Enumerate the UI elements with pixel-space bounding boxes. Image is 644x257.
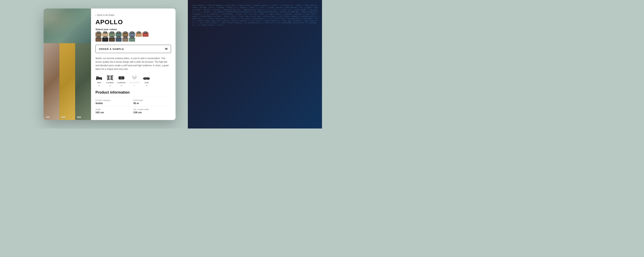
background-right: const webpack = require('webpack'); cons… [188, 0, 322, 129]
pet-icon [131, 75, 138, 81]
swatch-row-2: NEW NEW NEW NEW NEW NEW [96, 37, 171, 42]
swatch-5[interactable]: NEW [122, 33, 128, 37]
usage-name-sofa: Sofa [144, 82, 149, 84]
swatch-1[interactable]: NEW [96, 33, 102, 37]
curtains-icon [106, 75, 114, 81]
swatch-badge-5: NEW [124, 32, 127, 33]
svg-rect-14 [144, 77, 149, 78]
swatch-badge-12: NEW [117, 37, 120, 38]
info-value-width: 142 cm [96, 111, 133, 114]
svg-rect-18 [148, 79, 148, 80]
product-description: Apollo, our second corduroy fabric, is s… [96, 57, 171, 71]
usage-icons-row: Bed ✓ Curtains ✓ [96, 75, 171, 87]
svg-rect-2 [96, 79, 97, 80]
mail-icon: ✉ [165, 47, 168, 51]
usage-check-curtains: ✓ [109, 84, 111, 87]
swatch-3[interactable]: NEW [109, 33, 115, 37]
swatch-12[interactable]: NEW [116, 37, 122, 42]
usage-check-bed: ✓ [98, 84, 100, 87]
product-modal: 100 400 500 Back to all Solids APOLLO Se… [44, 9, 176, 120]
thumbnail-100[interactable]: 100 [44, 43, 60, 120]
swatch-13[interactable]: NEW [122, 37, 128, 42]
usage-item-pet: Pet friendly ✕ [129, 75, 139, 87]
swatch-11[interactable]: NEW [109, 37, 115, 42]
swatch-badge-2: NEW [103, 32, 107, 33]
swatch-9[interactable]: NEW [96, 37, 102, 42]
thumb-label-500: 500 [77, 116, 81, 119]
product-info-grid: Product category Solids Roll-length 35 m… [96, 97, 171, 116]
back-link[interactable]: Back to all Solids [96, 14, 171, 17]
swatch-14[interactable]: NEW [129, 37, 135, 42]
svg-point-12 [135, 75, 136, 77]
swatch-badge-14: NEW [130, 37, 134, 38]
info-label-min-width: Min. usable width [133, 108, 171, 111]
usage-item-curtains: Curtains ✓ [106, 75, 114, 87]
svg-point-11 [133, 75, 134, 77]
svg-rect-16 [149, 78, 150, 80]
info-row-roll-length: Roll-length 35 m [133, 97, 171, 106]
usage-item-bed: Bed ✓ [96, 75, 103, 87]
swatch-4[interactable]: NEW [116, 33, 122, 37]
thumbnail-400[interactable]: 400 [60, 43, 75, 120]
swatch-badge-11: NEW [110, 37, 114, 38]
info-label-roll-length: Roll-length [133, 99, 171, 101]
info-row-min-width: Min. usable width 138 cm [133, 106, 171, 116]
info-row-width: Width 142 cm [96, 106, 133, 116]
usage-name-pet: Pet friendly [129, 82, 139, 84]
swatch-badge-1: NEW [96, 32, 100, 33]
product-info-title: Product information [96, 90, 171, 95]
usage-check-cushions: ✓ [120, 84, 122, 87]
swatch-badge-6: NEW [130, 32, 134, 33]
bed-icon [96, 75, 103, 81]
modal-details: Back to all Solids APOLLO Select your co… [91, 9, 176, 120]
info-label-width: Width [96, 108, 133, 111]
modal-images: 100 400 500 [44, 9, 91, 120]
swatch-badge-7: NEW [137, 32, 141, 33]
svg-rect-3 [101, 79, 102, 80]
usage-item-cushions: Cushions ✓ [118, 75, 126, 87]
swatch-7[interactable]: NEW [136, 33, 142, 37]
thumbnail-500[interactable]: 500 [75, 43, 91, 120]
usage-check-sofa: ✓ [146, 84, 147, 87]
thumbnail-strip: 100 400 500 [44, 43, 91, 120]
swatch-badge-9: NEW [96, 37, 100, 38]
swatch-8[interactable]: NEW [142, 33, 148, 37]
swatch-badge-3: NEW [110, 32, 114, 33]
swatch-row-1: NEW NEW NEW NEW NEW NEW NEW NEW [96, 33, 171, 37]
color-section-label: Select your colour [96, 28, 171, 31]
swatch-badge-8: NEW [144, 32, 147, 33]
product-title: APOLLO [96, 19, 171, 25]
usage-item-sofa: Sofa ✓ [143, 75, 150, 87]
background-code-texture: const webpack = require('webpack'); cons… [188, 0, 322, 129]
main-product-image [44, 9, 91, 43]
info-label-category: Product category [96, 99, 133, 101]
swatch-2[interactable]: NEW [102, 33, 108, 37]
color-swatches: NEW NEW NEW NEW NEW NEW NEW NEW NEW NEW … [96, 33, 171, 42]
svg-rect-17 [144, 79, 145, 80]
info-value-category: Solids [96, 102, 133, 105]
svg-point-8 [133, 77, 136, 80]
swatch-10[interactable]: NEW [102, 37, 108, 42]
info-value-roll-length: 35 m [133, 102, 171, 105]
cushions-icon [118, 75, 125, 81]
swatch-badge-4: NEW [117, 32, 120, 33]
info-value-min-width: 138 cm [133, 111, 171, 114]
order-sample-button[interactable]: ORDER A SAMPLE ✉ [96, 45, 171, 53]
svg-rect-5 [112, 75, 113, 80]
swatch-6[interactable]: NEW [129, 33, 135, 37]
swatch-badge-13: NEW [124, 37, 127, 38]
svg-rect-1 [96, 76, 99, 78]
sofa-icon [143, 75, 150, 81]
svg-rect-15 [143, 78, 144, 80]
thumb-label-400: 400 [61, 116, 65, 119]
usage-check-pet: ✕ [134, 84, 135, 87]
usage-name-curtains: Curtains [106, 82, 114, 84]
info-row-category: Product category Solids [96, 97, 133, 106]
svg-rect-4 [107, 75, 108, 80]
usage-name-cushions: Cushions [118, 82, 126, 84]
swatch-badge-10: NEW [103, 37, 107, 38]
usage-name-bed: Bed [97, 82, 101, 84]
thumb-label-100: 100 [46, 116, 50, 119]
svg-point-7 [120, 77, 122, 79]
order-sample-label: ORDER A SAMPLE [99, 48, 124, 50]
